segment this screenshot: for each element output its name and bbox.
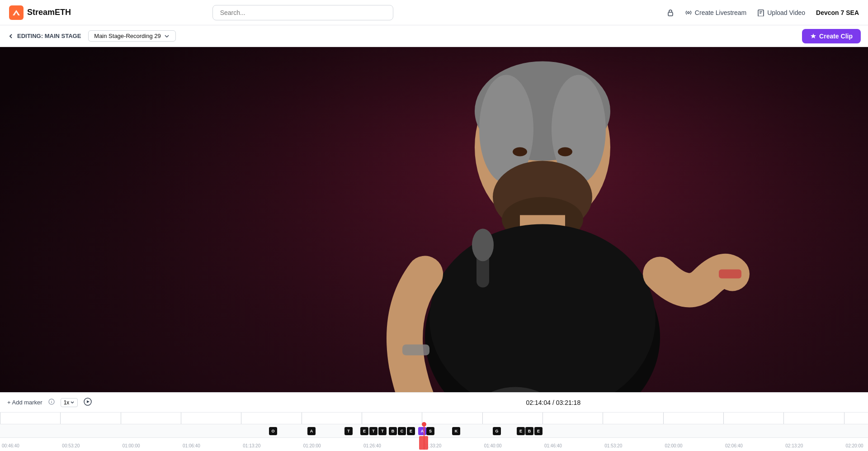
tick-label-1: 00:53:20: [60, 443, 120, 448]
current-time: 02:14:04 / 03:21:18: [526, 399, 581, 406]
tick-12: [723, 413, 783, 424]
tick-label-9: 01:46:40: [542, 443, 603, 448]
upload-icon: [757, 9, 764, 16]
tick-8: [482, 413, 542, 424]
create-clip-button[interactable]: Create Clip: [802, 29, 861, 43]
marker-t2: T: [369, 427, 377, 435]
marker-t3: T: [378, 427, 387, 435]
timeline-area: + Add marker 1x: [0, 392, 868, 451]
video-area: + Add marker 1x: [0, 47, 868, 451]
info-button[interactable]: [48, 398, 55, 407]
svg-rect-17: [402, 345, 429, 356]
app-name: StreamETH: [27, 8, 71, 17]
marker-c: C: [398, 427, 406, 435]
livestream-label: Create Livestream: [695, 9, 746, 16]
tick-label-0: 00:46:40: [0, 443, 60, 448]
main-content: + Add marker 1x: [0, 47, 868, 451]
svg-point-2: [688, 12, 689, 14]
svg-point-11: [513, 147, 527, 157]
marker-e2: E: [407, 427, 415, 435]
livestream-btn[interactable]: Create Livestream: [685, 9, 746, 16]
video-frame: [0, 47, 868, 392]
tick-label-11: 02:00:00: [663, 443, 723, 448]
marker-s: S: [426, 427, 434, 435]
recording-name: Main Stage-Recording 29: [94, 33, 160, 39]
marker-e1: E: [360, 427, 368, 435]
timeline-ruler: [0, 413, 868, 424]
speed-label: 1x: [64, 399, 70, 406]
add-marker-button[interactable]: + Add marker: [7, 399, 42, 406]
broadcast-icon: [685, 9, 692, 16]
tick-11: [663, 413, 723, 424]
marker-a: A: [307, 427, 316, 435]
play-icon: [83, 397, 92, 406]
recording-select[interactable]: Main Stage-Recording 29: [88, 30, 175, 42]
app-header: StreamETH Create Livestream Upload Video: [0, 0, 868, 25]
playhead: [424, 424, 425, 450]
time-display: 02:14:04 / 03:21:18: [526, 399, 581, 406]
tick-label-6: 01:26:40: [362, 443, 422, 448]
add-marker-label: + Add marker: [7, 399, 42, 406]
app-logo[interactable]: StreamETH: [9, 5, 71, 20]
editing-label: EDITING: MAIN STAGE: [17, 33, 81, 39]
info-icon: [48, 398, 55, 405]
chevron-down-icon: [164, 33, 170, 39]
marker-b1: B: [389, 427, 397, 435]
timeline-controls: + Add marker 1x: [0, 393, 868, 413]
svg-rect-18: [719, 270, 741, 279]
tick-2: [121, 413, 181, 424]
svg-marker-26: [87, 400, 90, 403]
header-right: Create Livestream Upload Video Devcon 7 …: [667, 9, 859, 16]
tick-6: [362, 413, 422, 424]
tick-label-5: 01:20:00: [302, 443, 362, 448]
time-labels-row: 00:46:4000:53:2001:00:0001:06:4001:13:20…: [0, 438, 868, 451]
tick-label-4: 01:13:20: [241, 443, 301, 448]
create-clip-label: Create Clip: [819, 33, 853, 40]
back-button[interactable]: EDITING: MAIN STAGE: [7, 33, 81, 40]
tick-10: [603, 413, 663, 424]
tick-7: [422, 413, 482, 424]
ticks-container: [0, 413, 868, 424]
video-player[interactable]: [0, 47, 868, 392]
marker-t: T: [344, 427, 353, 435]
upload-label: Upload Video: [767, 9, 805, 16]
lock-btn[interactable]: [667, 9, 674, 16]
search-input[interactable]: [212, 5, 393, 20]
tick-label-8: 01:40:00: [482, 443, 542, 448]
timeline-track[interactable]: O A T E T: [0, 413, 868, 451]
marker-b2: B: [525, 427, 533, 435]
tick-label-12: 02:06:40: [723, 443, 783, 448]
sparkle-icon: [810, 33, 816, 39]
lock-icon: [667, 9, 674, 16]
tick-label-10: 01:53:20: [603, 443, 663, 448]
marker-k: K: [452, 427, 460, 435]
tick-3: [181, 413, 241, 424]
marker-e3: E: [517, 427, 525, 435]
play-button[interactable]: [83, 397, 92, 408]
timeline-inner: O A T E T: [0, 413, 868, 451]
marker-o: O: [269, 427, 277, 435]
event-label: Devcon 7 SEA: [816, 9, 859, 16]
playhead-handle: [422, 422, 426, 427]
tick-5: [302, 413, 362, 424]
tick-0: [0, 413, 60, 424]
tick-label-2: 01:00:00: [121, 443, 181, 448]
speed-selector[interactable]: 1x: [61, 398, 78, 407]
tick-4: [241, 413, 301, 424]
marker-a2: A: [418, 427, 426, 435]
svg-point-20: [472, 229, 494, 261]
logo-icon: [9, 5, 24, 20]
marker-e4: E: [534, 427, 542, 435]
upload-btn[interactable]: Upload Video: [757, 9, 805, 16]
back-icon: [7, 33, 14, 40]
tick-14: [844, 413, 868, 424]
svg-rect-1: [668, 12, 673, 16]
search-bar: [212, 5, 393, 20]
markers-row: O A T E T: [0, 424, 868, 438]
svg-point-12: [558, 147, 572, 157]
chevron-icon: [70, 400, 75, 405]
video-background: [0, 47, 868, 392]
subheader: EDITING: MAIN STAGE Main Stage-Recording…: [0, 25, 868, 47]
tick-1: [60, 413, 120, 424]
tick-label-13: 02:13:20: [783, 443, 844, 448]
